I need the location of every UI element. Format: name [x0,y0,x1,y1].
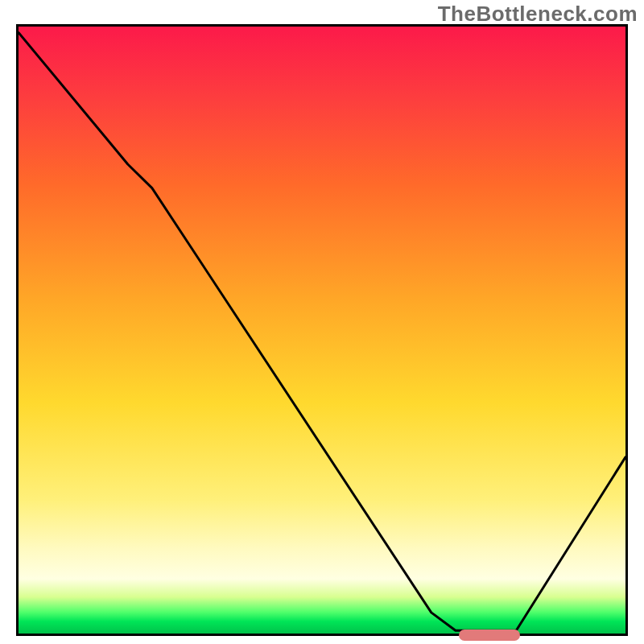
plot-area [16,24,628,636]
watermark-text: TheBottleneck.com [438,2,638,27]
chart-frame: TheBottleneck.com [0,0,644,644]
optimal-range-marker [459,630,520,641]
bottleneck-curve-path [19,33,625,631]
bottleneck-curve [19,27,625,634]
